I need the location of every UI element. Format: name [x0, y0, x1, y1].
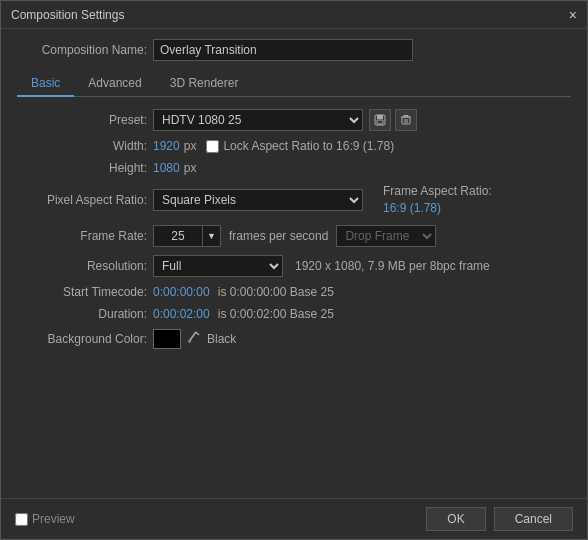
frame-rate-row: Frame Rate: ▼ frames per second Drop Fra…	[17, 225, 571, 247]
footer-buttons: OK Cancel	[426, 507, 573, 531]
duration-value[interactable]: 0:00:02:00	[153, 307, 210, 321]
aspect-lock-label: Lock Aspect Ratio to 16:9 (1.78)	[223, 139, 394, 153]
aspect-lock-row: Lock Aspect Ratio to 16:9 (1.78)	[206, 139, 394, 153]
preview-label: Preview	[32, 512, 75, 526]
basic-settings: Preset: HDTV 1080 25	[17, 109, 571, 488]
resolution-label: Resolution:	[17, 259, 147, 273]
width-row: Width: 1920 px Lock Aspect Ratio to 16:9…	[17, 139, 571, 153]
duration-row: Duration: 0:00:02:00 is 0:00:02:00 Base …	[17, 307, 571, 321]
comp-name-input[interactable]	[153, 39, 413, 61]
tab-3d-renderer[interactable]: 3D Renderer	[156, 71, 253, 97]
height-label: Height:	[17, 161, 147, 175]
svg-line-11	[190, 332, 196, 340]
pixel-aspect-row: Pixel Aspect Ratio: Square Pixels Frame …	[17, 183, 571, 217]
eyedropper-icon	[187, 330, 201, 344]
frame-aspect-label: Frame Aspect Ratio:	[383, 184, 492, 198]
resolution-info: 1920 x 1080, 7.9 MB per 8bpc frame	[295, 259, 490, 273]
comp-name-row: Composition Name:	[17, 39, 571, 61]
title-bar: Composition Settings ×	[1, 1, 587, 29]
trash-icon	[400, 114, 412, 126]
tab-advanced[interactable]: Advanced	[74, 71, 155, 97]
aspect-lock-checkbox[interactable]	[206, 140, 219, 153]
duration-label: Duration:	[17, 307, 147, 321]
duration-info: is 0:00:02:00 Base 25	[218, 307, 334, 321]
frame-aspect-value: 16:9 (1.78)	[383, 201, 441, 215]
height-row: Height: 1080 px	[17, 161, 571, 175]
dialog-title: Composition Settings	[11, 8, 124, 22]
fps-dropdown-button[interactable]: ▼	[203, 225, 221, 247]
close-button[interactable]: ×	[569, 8, 577, 22]
start-timecode-label: Start Timecode:	[17, 285, 147, 299]
frame-rate-input[interactable]	[153, 225, 203, 247]
background-color-name: Black	[207, 332, 236, 346]
start-timecode-value[interactable]: 0:00:00:00	[153, 285, 210, 299]
pixel-aspect-label: Pixel Aspect Ratio:	[17, 193, 147, 207]
preview-checkbox[interactable]	[15, 513, 28, 526]
dialog-footer: Preview OK Cancel	[1, 498, 587, 539]
svg-rect-1	[377, 115, 383, 119]
preset-select[interactable]: HDTV 1080 25	[153, 109, 363, 131]
height-unit: px	[184, 161, 197, 175]
start-timecode-row: Start Timecode: 0:00:00:00 is 0:00:00:00…	[17, 285, 571, 299]
frame-rate-label: Frame Rate:	[17, 229, 147, 243]
fps-unit-label: frames per second	[229, 229, 328, 243]
dialog-content: Composition Name: Basic Advanced 3D Rend…	[1, 29, 587, 498]
resolution-row: Resolution: Full Half Third Quarter Cust…	[17, 255, 571, 277]
preview-row: Preview	[15, 512, 75, 526]
eyedropper-button[interactable]	[187, 330, 201, 347]
cancel-button[interactable]: Cancel	[494, 507, 573, 531]
pixel-aspect-select[interactable]: Square Pixels	[153, 189, 363, 211]
preset-row: Preset: HDTV 1080 25	[17, 109, 571, 131]
start-timecode-info: is 0:00:00:00 Base 25	[218, 285, 334, 299]
svg-rect-3	[402, 117, 410, 124]
tabs: Basic Advanced 3D Renderer	[17, 71, 571, 97]
width-unit: px	[184, 139, 197, 153]
svg-rect-2	[377, 120, 383, 124]
width-value[interactable]: 1920	[153, 139, 180, 153]
height-value[interactable]: 1080	[153, 161, 180, 175]
svg-point-13	[189, 341, 191, 343]
preset-actions	[369, 109, 417, 131]
save-preset-button[interactable]	[369, 109, 391, 131]
ok-button[interactable]: OK	[426, 507, 485, 531]
background-color-label: Background Color:	[17, 332, 147, 346]
tab-basic[interactable]: Basic	[17, 71, 74, 97]
frame-aspect-box: Frame Aspect Ratio: 16:9 (1.78)	[383, 183, 492, 217]
width-label: Width:	[17, 139, 147, 153]
composition-settings-dialog: Composition Settings × Composition Name:…	[0, 0, 588, 540]
resolution-select[interactable]: Full Half Third Quarter Custom	[153, 255, 283, 277]
background-color-swatch[interactable]	[153, 329, 181, 349]
comp-name-label: Composition Name:	[17, 43, 147, 57]
preset-label: Preset:	[17, 113, 147, 127]
background-color-row: Background Color: Black	[17, 329, 571, 349]
delete-preset-button[interactable]	[395, 109, 417, 131]
save-icon	[374, 114, 386, 126]
drop-frame-select[interactable]: Drop Frame	[336, 225, 436, 247]
